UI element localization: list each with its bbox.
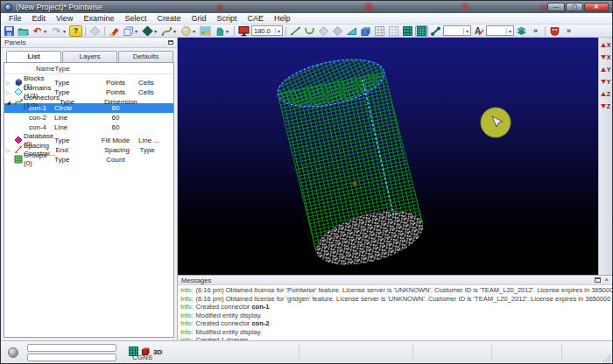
display-screen-icon[interactable] xyxy=(237,25,250,37)
database-diamond-icon xyxy=(12,136,24,144)
resize-grip[interactable] xyxy=(602,354,611,362)
column-type[interactable]: Type xyxy=(54,65,93,73)
float-messages-icon[interactable] xyxy=(595,277,601,283)
menu-create[interactable]: Create xyxy=(151,13,186,24)
status-field-1[interactable] xyxy=(27,344,116,352)
messages-log[interactable]: Info:(6:16 pm) Obtained license for 'Poi… xyxy=(178,285,612,340)
pointwise-window: (New Project)* Pointwise — ▢ ✕ File Edit… xyxy=(0,0,613,364)
column-name[interactable]: Name xyxy=(4,65,54,73)
menu-help[interactable]: Help xyxy=(269,13,296,24)
diamond-a-icon[interactable] xyxy=(317,25,330,37)
status-field-2[interactable] xyxy=(27,354,116,361)
diamond-b-icon[interactable] xyxy=(331,25,344,37)
menu-bar: File Edit View Examine Select Create Gri… xyxy=(1,13,612,24)
tree-row-database[interactable]: Database (0) Type Fill Mode Line ... xyxy=(4,132,173,142)
panels-titlebar[interactable]: Panels xyxy=(1,38,177,48)
menu-edit[interactable]: Edit xyxy=(27,13,52,24)
view-cube-dropdown-icon[interactable] xyxy=(135,28,140,34)
tree-row-con-4[interactable]: con-4 Line 60 xyxy=(4,122,173,132)
pan-hand-dropdown-icon[interactable] xyxy=(226,28,231,34)
view-plus-x-button[interactable]: X xyxy=(600,39,612,51)
dimension-label[interactable]: 3D xyxy=(153,348,162,356)
menu-view[interactable]: View xyxy=(51,13,78,24)
messages-titlebar[interactable]: Messages xyxy=(178,276,612,285)
link-edges-icon[interactable] xyxy=(429,25,442,37)
expander-icon[interactable]: ▷ xyxy=(4,80,12,86)
redo-icon[interactable] xyxy=(50,25,63,37)
two-point-line-icon[interactable] xyxy=(289,25,302,37)
menu-examine[interactable]: Examine xyxy=(78,13,119,24)
cae-mask-icon[interactable] xyxy=(548,25,561,37)
connector-curve-icon xyxy=(12,97,24,106)
rotation-angle-combo[interactable]: 180.0 xyxy=(251,25,283,36)
draw-curve-dropdown-icon[interactable] xyxy=(173,28,179,34)
sphere-icon[interactable] xyxy=(180,25,193,37)
undo-icon[interactable] xyxy=(31,25,44,37)
expander-icon[interactable]: ◢ xyxy=(4,99,12,105)
size-combo-dropdown-icon[interactable] xyxy=(463,28,469,34)
view-minus-y-button[interactable]: Y xyxy=(600,76,612,88)
view-plus-y-button[interactable]: Y xyxy=(600,64,612,75)
save-icon[interactable] xyxy=(3,25,16,37)
tab-defaults[interactable]: Defaults xyxy=(118,51,173,62)
view-minus-z-button[interactable]: Z xyxy=(600,101,612,112)
entity-tree: Name Type ▷ Blocks (1) Type Points Cells… xyxy=(4,62,174,338)
text-style-icon[interactable]: A xyxy=(472,25,485,37)
open-icon[interactable] xyxy=(17,25,30,37)
more-tools-icon[interactable] xyxy=(529,25,542,37)
expander-icon[interactable]: ▷ xyxy=(4,89,12,95)
close-messages-icon[interactable] xyxy=(604,277,609,283)
solid-diamond-dropdown-icon[interactable] xyxy=(154,28,159,34)
redo-dropdown-icon[interactable] xyxy=(63,28,68,34)
tree-row-con-2[interactable]: con-2 Line 60 xyxy=(4,113,173,122)
menu-grid[interactable]: Grid xyxy=(186,13,211,24)
app-icon xyxy=(4,4,12,11)
tab-list[interactable]: List xyxy=(6,51,61,62)
expander-icon[interactable]: ▷ xyxy=(4,147,12,153)
image-capture-icon[interactable] xyxy=(199,25,212,37)
scale-combo-dropdown-icon[interactable] xyxy=(506,28,511,34)
status-led-icon xyxy=(8,347,18,358)
maximize-button[interactable]: ▢ xyxy=(566,3,583,11)
more-cae-icon[interactable] xyxy=(562,25,575,37)
view-minus-x-button[interactable]: X xyxy=(600,52,612,63)
pan-hand-icon[interactable] xyxy=(213,25,226,37)
scale-combo[interactable] xyxy=(486,25,514,36)
dotted-grid-icon[interactable] xyxy=(415,25,428,37)
minus-arrow-icon xyxy=(601,80,606,84)
menu-cae[interactable]: CAE xyxy=(242,13,269,24)
minimize-button[interactable]: — xyxy=(547,3,565,11)
log-line: Info:(6:16 pm) Obtained license for 'gri… xyxy=(180,295,609,304)
menu-file[interactable]: File xyxy=(4,13,27,24)
cylinder-mesh xyxy=(273,52,428,275)
shaded-grid-icon[interactable] xyxy=(401,25,414,37)
rotation-angle-value: 180.0 xyxy=(254,27,271,35)
view-cube-icon[interactable] xyxy=(122,25,135,37)
arc-segment-icon[interactable] xyxy=(303,25,316,37)
size-combo[interactable] xyxy=(443,25,471,36)
help-icon[interactable] xyxy=(69,25,82,37)
layers-icon[interactable] xyxy=(515,25,528,37)
menu-script[interactable]: Script xyxy=(211,13,242,24)
menu-select[interactable]: Select xyxy=(119,13,151,24)
grid-a-icon[interactable] xyxy=(373,25,386,37)
sphere-dropdown-icon[interactable] xyxy=(193,28,198,34)
tree-header[interactable]: Name Type xyxy=(4,63,173,74)
float-panel-icon[interactable] xyxy=(168,40,173,45)
view-plus-z-button[interactable]: Z xyxy=(600,88,612,100)
3d-viewport[interactable] xyxy=(178,38,600,275)
hex-block-icon[interactable] xyxy=(359,25,372,37)
grid-b-icon[interactable] xyxy=(387,25,400,37)
title-bar[interactable]: (New Project)* Pointwise — ▢ ✕ xyxy=(1,1,612,13)
rotation-angle-dropdown-icon[interactable] xyxy=(275,28,280,34)
tree-row-con-1[interactable]: con-1 Circle 60 xyxy=(4,103,173,113)
solid-diamond-icon[interactable] xyxy=(141,25,154,37)
delete-icon[interactable] xyxy=(88,25,102,37)
undo-dropdown-icon[interactable] xyxy=(44,28,49,34)
close-button[interactable]: ✕ xyxy=(584,3,609,11)
tree-row-blocks[interactable]: ▷ Blocks (1) Type Points Cells xyxy=(4,74,173,84)
draw-curve-icon[interactable] xyxy=(160,25,173,37)
tab-layers[interactable]: Layers xyxy=(62,51,117,62)
wedge-icon[interactable] xyxy=(345,25,358,37)
paint-icon[interactable] xyxy=(108,25,121,37)
